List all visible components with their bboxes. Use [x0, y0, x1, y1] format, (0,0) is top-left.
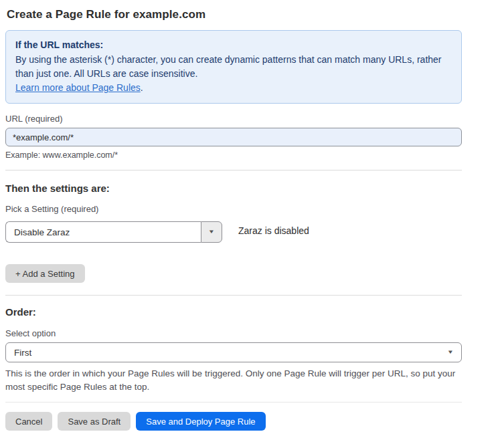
- add-setting-button[interactable]: + Add a Setting: [5, 264, 85, 283]
- save-as-draft-button[interactable]: Save as Draft: [58, 412, 131, 431]
- save-and-deploy-button[interactable]: Save and Deploy Page Rule: [136, 412, 265, 431]
- chevron-down-icon: ▼: [447, 350, 454, 355]
- url-input[interactable]: [5, 128, 462, 146]
- learn-more-link[interactable]: Learn more about Page Rules: [15, 82, 141, 93]
- setting-select-value[interactable]: Disable Zaraz: [5, 221, 201, 243]
- settings-section-heading: Then the settings are:: [5, 183, 462, 194]
- info-box-body: By using the asterisk (*) character, you…: [15, 53, 452, 81]
- info-box-heading: If the URL matches:: [15, 38, 452, 52]
- create-page-rule-form: Create a Page Rule for example.com If th…: [0, 0, 502, 448]
- order-section-heading: Order:: [5, 306, 462, 318]
- setting-picker-label: Pick a Setting (required): [5, 204, 462, 214]
- setting-picker-row: Disable Zaraz ▼ Zaraz is disabled: [5, 218, 462, 243]
- setting-select[interactable]: Disable Zaraz ▼: [5, 221, 222, 243]
- url-example-text: Example: www.example.com/*: [5, 150, 462, 160]
- order-select-label: Select option: [5, 328, 462, 338]
- section-divider: [5, 170, 462, 171]
- link-suffix-text: .: [141, 82, 143, 93]
- url-field-label: URL (required): [5, 114, 462, 124]
- section-divider: [5, 295, 462, 296]
- setting-status-text: Zaraz is disabled: [238, 225, 309, 236]
- page-title: Create a Page Rule for example.com: [7, 8, 462, 21]
- order-select-value: First: [14, 348, 31, 358]
- url-match-info-box: If the URL matches: By using the asteris…: [5, 30, 462, 104]
- cancel-button[interactable]: Cancel: [5, 412, 52, 431]
- chevron-down-icon: ▼: [208, 229, 215, 235]
- order-help-text: This is the order in which your Page Rul…: [5, 367, 462, 394]
- order-select[interactable]: First ▼: [5, 342, 462, 362]
- setting-select-arrow-button[interactable]: ▼: [201, 221, 222, 243]
- footer-divider: [5, 402, 462, 403]
- info-box-link-line: Learn more about Page Rules.: [15, 81, 452, 95]
- footer-actions: Cancel Save as Draft Save and Deploy Pag…: [5, 412, 462, 431]
